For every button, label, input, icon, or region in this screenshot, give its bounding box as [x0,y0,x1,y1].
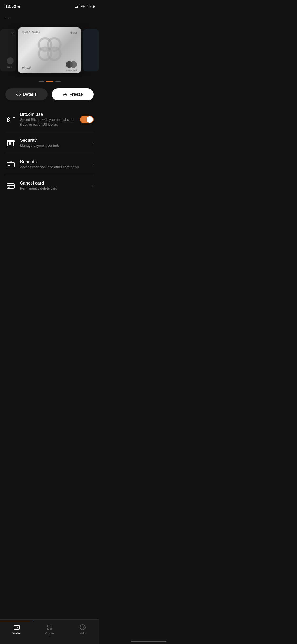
svg-rect-16 [8,165,10,166]
security-subtitle: Manage payment controls [20,143,88,148]
wifi-icon [81,5,85,9]
card-main: XAPO BANK debit virtual mastercard [18,27,81,73]
card-carousel[interactable]: bit card XAPO BANK debit virtual masterc… [0,24,99,77]
cancel-card-text: Cancel card Permanently delete card [20,181,88,191]
menu-section: ₿ Bitcoin use Spend Bitcoin with your vi… [0,107,99,196]
card-right-peek [83,29,99,71]
details-button[interactable]: Details [5,88,48,100]
dot-2 [46,81,53,82]
security-item[interactable]: Security Manage payment controls › [5,132,94,154]
details-label: Details [23,92,37,97]
card-logo [36,37,63,61]
benefits-chevron: › [92,162,94,167]
benefits-icon [5,159,16,170]
action-buttons: Details Freeze [0,86,99,107]
svg-rect-12 [12,142,12,145]
status-icons: 28 [75,5,94,9]
status-time: 12:52 ◀ [5,4,20,9]
svg-rect-10 [9,142,10,145]
benefits-item[interactable]: Benefits Access cashback and other card … [5,154,94,175]
carousel-dots [0,77,99,86]
bitcoin-use-text: Bitcoin use Spend Bitcoin with your virt… [20,112,76,127]
mastercard-logo: mastercard [66,61,77,71]
freeze-label: Freeze [69,92,83,97]
benefits-title: Benefits [20,159,88,164]
bitcoin-toggle[interactable] [80,116,94,123]
svg-rect-11 [10,142,11,145]
bitcoin-use-item[interactable]: ₿ Bitcoin use Spend Bitcoin with your vi… [5,107,94,132]
cancel-card-subtitle: Permanently delete card [20,186,88,191]
bitcoin-use-title: Bitcoin use [20,112,76,117]
status-bar: 12:52 ◀ 28 [0,0,99,12]
security-chevron: › [92,141,94,145]
dot-3 [55,81,61,82]
svg-rect-14 [7,162,14,167]
mastercard-text: mastercard [66,69,77,71]
security-text: Security Manage payment controls [20,138,88,148]
bitcoin-use-subtitle: Spend Bitcoin with your virtual card if … [20,117,76,127]
card-type: debit [70,31,77,35]
card-virtual-label: virtual [22,66,31,70]
security-icon [5,138,16,148]
svg-point-0 [18,94,19,95]
security-title: Security [20,138,88,143]
back-arrow-icon: ← [4,14,10,21]
cancel-card-chevron: › [92,183,94,188]
time-display: 12:52 [5,4,16,9]
battery-icon: 28 [87,5,94,8]
cancel-card-title: Cancel card [20,181,88,186]
back-button[interactable]: ← [0,12,99,24]
svg-text:₿: ₿ [7,116,10,123]
benefits-text: Benefits Access cashback and other card … [20,159,88,169]
cancel-card-item[interactable]: Cancel card Permanently delete card › [5,175,94,196]
freeze-button[interactable]: Freeze [52,88,94,100]
cancel-card-icon [5,181,16,191]
bitcoin-icon: ₿ [5,114,16,125]
toggle-thumb [87,116,93,123]
card-left-peek: bit card [0,29,16,71]
signal-icon [75,5,79,8]
card-bank-name: XAPO BANK [22,31,41,34]
battery-level: 28 [89,6,92,8]
benefits-subtitle: Access cashback and other card perks [20,165,88,169]
location-icon: ◀ [17,5,20,8]
snowflake-icon [63,92,67,97]
eye-icon [16,92,21,97]
dot-1 [39,81,44,82]
svg-rect-17 [7,184,14,188]
